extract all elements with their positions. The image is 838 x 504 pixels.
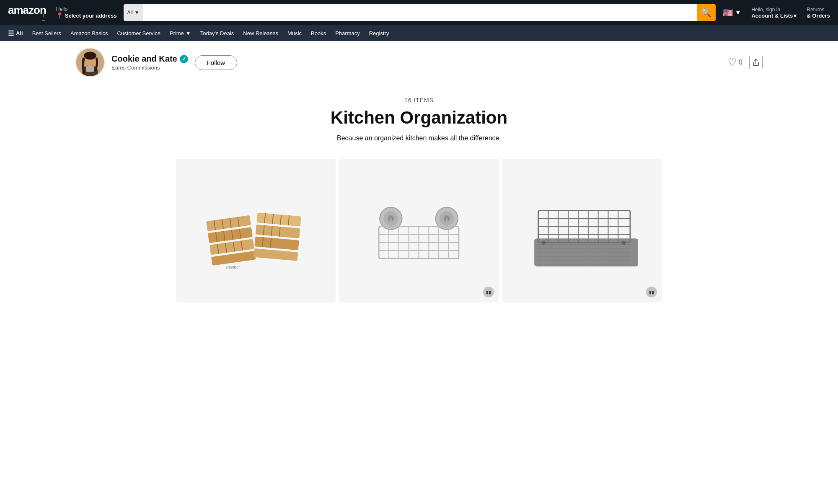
svg-rect-24 <box>254 237 299 251</box>
nav-best-sellers[interactable]: Best Sellers <box>28 26 66 40</box>
nav-registry[interactable]: Registry <box>365 26 394 40</box>
nav-label: Prime <box>170 30 184 36</box>
main-content: 16 ITEMS Kitchen Organization Because an… <box>168 84 670 315</box>
account-menu[interactable]: Hello, sign in Account & Lists ▾ <box>748 5 799 21</box>
svg-rect-70 <box>622 241 626 245</box>
influencer-actions: ♡ 0 <box>728 56 763 69</box>
prime-chevron-icon: ▼ <box>186 30 191 36</box>
address-hello-text: Hello <box>56 6 117 12</box>
location-icon: 📍 <box>56 12 63 19</box>
flag-dropdown-icon: ▼ <box>735 9 742 16</box>
svg-point-3 <box>84 52 96 59</box>
nav-label: Pharmacy <box>335 30 360 36</box>
search-category-dropdown[interactable]: All ▼ <box>124 4 143 21</box>
influencer-subtitle: Earns Commissions <box>111 65 188 71</box>
product-image-dish-rack <box>502 159 662 302</box>
svg-rect-23 <box>256 225 300 238</box>
product-card-dish-rack[interactable]: ▮▮ <box>502 159 662 302</box>
flag-icon: 🇺🇸 <box>723 8 733 18</box>
svg-rect-4 <box>86 66 94 72</box>
search-icon: 🔍 <box>701 8 711 18</box>
nav-new-releases[interactable]: New Releases <box>238 26 283 40</box>
address-select-text: 📍 Select your address <box>56 12 117 19</box>
amazon-logo[interactable]: amazon ╵̲ <box>5 3 49 23</box>
product-card-wire-basket[interactable]: ▮▮ <box>339 159 499 302</box>
search-input[interactable] <box>143 4 697 21</box>
logo-text: amazon <box>8 5 46 16</box>
likes-section: ♡ 0 <box>728 57 742 68</box>
account-hello: Hello, sign in <box>751 7 797 13</box>
chevron-down-icon: ▼ <box>134 10 140 16</box>
nav-label: Best Sellers <box>32 30 61 36</box>
nav-all-label: All <box>16 30 23 36</box>
nav-customer-service[interactable]: Customer Service <box>113 26 165 40</box>
follow-button[interactable]: Follow <box>195 55 237 70</box>
navigation-bar: ☰ All Best Sellers Amazon Basics Custome… <box>0 25 838 41</box>
hamburger-icon: ☰ <box>8 29 14 37</box>
search-button[interactable]: 🔍 <box>697 4 716 21</box>
nav-pharmacy[interactable]: Pharmacy <box>331 26 365 40</box>
nav-prime[interactable]: Prime ▼ <box>165 26 196 40</box>
orders-label: & Orders <box>807 13 830 19</box>
returns-label: Returns <box>807 7 830 13</box>
heart-icon[interactable]: ♡ <box>728 57 737 68</box>
likes-count: 0 <box>739 59 742 66</box>
returns-orders[interactable]: Returns & Orders <box>804 5 833 21</box>
account-main: Account & Lists ▾ <box>751 13 797 19</box>
product-image-knife-block: wüsthof <box>176 159 336 302</box>
main-header: amazon ╵̲ Hello 📍 Select your address Al… <box>0 0 838 25</box>
search-category-label: All <box>127 10 132 16</box>
influencer-bar: Cookie and Kate ✓ Earns Commissions Foll… <box>0 41 838 84</box>
svg-rect-69 <box>542 241 546 245</box>
share-button[interactable] <box>749 56 763 69</box>
nav-label: Music <box>287 30 302 36</box>
address-selector[interactable]: Hello 📍 Select your address <box>53 4 120 21</box>
nav-label: New Releases <box>243 30 278 36</box>
search-bar: All ▼ 🔍 <box>124 4 715 21</box>
nav-amazon-basics[interactable]: Amazon Basics <box>66 26 113 40</box>
influencer-name: Cookie and Kate ✓ <box>111 54 188 64</box>
language-selector[interactable]: 🇺🇸 ▼ <box>720 5 745 20</box>
product-card-knife-block[interactable]: wüsthof <box>176 159 336 302</box>
svg-text:wüsthof: wüsthof <box>225 265 240 269</box>
nav-label: Customer Service <box>117 30 160 36</box>
verified-badge: ✓ <box>180 55 188 63</box>
product-grid: wüsthof <box>176 159 662 302</box>
influencer-details: Cookie and Kate ✓ Earns Commissions <box>111 54 188 71</box>
nav-books[interactable]: Books <box>306 26 331 40</box>
influencer-avatar <box>75 48 105 77</box>
items-count: 16 ITEMS <box>176 97 662 103</box>
nav-label: Amazon Basics <box>70 30 108 36</box>
influencer-info-section: Cookie and Kate ✓ Earns Commissions Foll… <box>75 48 237 77</box>
nav-music[interactable]: Music <box>283 26 306 40</box>
account-chevron-icon: ▾ <box>794 13 797 19</box>
svg-rect-22 <box>256 213 301 227</box>
product-image-wire-basket <box>339 159 499 302</box>
nav-label: Today's Deals <box>200 30 234 36</box>
pause-icon: ▮▮ <box>483 287 494 297</box>
list-title: Kitchen Organization <box>176 108 662 128</box>
nav-label: Books <box>311 30 326 36</box>
nav-label: Registry <box>369 30 389 36</box>
nav-all-menu[interactable]: ☰ All <box>3 26 28 41</box>
nav-todays-deals[interactable]: Today's Deals <box>196 26 239 40</box>
list-description: Because an organized kitchen makes all t… <box>176 134 662 142</box>
svg-rect-25 <box>253 248 298 261</box>
